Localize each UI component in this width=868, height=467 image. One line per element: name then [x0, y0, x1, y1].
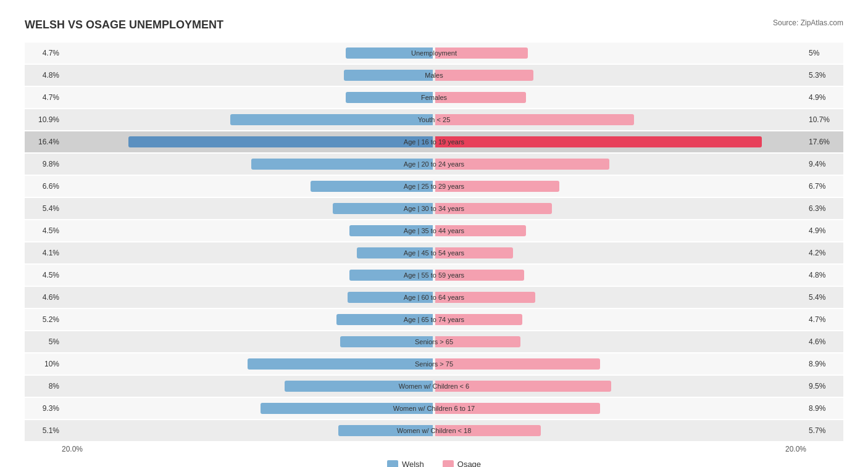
- right-value: 10.7%: [806, 115, 843, 124]
- blue-bar: [128, 136, 433, 147]
- blue-bar: [344, 70, 433, 81]
- left-bar-wrap: [62, 224, 434, 238]
- left-bar-wrap: [62, 313, 434, 326]
- left-bar-wrap: [62, 291, 434, 304]
- left-bar-wrap: [62, 180, 434, 193]
- pink-bar: [435, 181, 559, 192]
- right-bar-wrap: [434, 268, 806, 282]
- left-bar-wrap: [62, 202, 434, 215]
- pink-bar: [435, 203, 552, 214]
- right-bar-wrap: [434, 68, 806, 82]
- bars-area: Women w/ Children < 18: [62, 420, 806, 441]
- blue-bar: [285, 381, 433, 392]
- left-value: 5.2%: [25, 315, 62, 324]
- left-value: 6.6%: [25, 182, 62, 191]
- pink-bar: [435, 114, 634, 125]
- left-value: 4.7%: [25, 49, 62, 57]
- right-bar-wrap: [434, 424, 806, 437]
- right-bar-wrap: [434, 91, 806, 104]
- chart-source: Source: ZipAtlas.com: [773, 19, 843, 27]
- left-bar-wrap: [62, 402, 434, 415]
- pink-bar: [435, 92, 526, 103]
- right-value: 4.2%: [806, 249, 843, 257]
- right-bar-wrap: [434, 113, 806, 126]
- left-bar-wrap: [62, 357, 434, 371]
- legend: Welsh Osage: [25, 460, 843, 467]
- chart-title: WELSH VS OSAGE UNEMPLOYMENT: [25, 19, 223, 31]
- right-bar-wrap: [434, 224, 806, 238]
- left-bar-wrap: [62, 379, 434, 393]
- legend-welsh: Welsh: [387, 460, 424, 467]
- chart-header: WELSH VS OSAGE UNEMPLOYMENT Source: ZipA…: [25, 19, 843, 31]
- chart-row: 4.5% Age | 55 to 59 years 4.8%: [25, 265, 843, 286]
- blue-bar: [338, 425, 433, 436]
- right-value: 17.6%: [806, 138, 843, 146]
- right-value: 5%: [806, 49, 843, 57]
- left-value: 5.4%: [25, 204, 62, 213]
- pink-bar: [435, 48, 528, 59]
- right-bar-wrap: [434, 313, 806, 326]
- right-value: 9.4%: [806, 160, 843, 168]
- left-value: 9.3%: [25, 404, 62, 413]
- pink-bar: [435, 314, 522, 325]
- axis-labels: 20.0% 20.0%: [62, 445, 806, 453]
- blue-bar: [333, 203, 433, 214]
- bars-area: Age | 16 to 19 years: [62, 131, 806, 152]
- left-bar-wrap: [62, 46, 434, 60]
- right-value: 6.7%: [806, 182, 843, 191]
- chart-row: 4.7% Females 4.9%: [25, 87, 843, 108]
- bars-area: Females: [62, 87, 806, 108]
- axis-row: 20.0% 20.0%: [25, 445, 843, 453]
- chart-area: 4.7% Unemployment 5% 4.8% Males 5.3% 4.7…: [25, 43, 843, 441]
- left-value: 4.6%: [25, 293, 62, 302]
- left-bar-wrap: [62, 335, 434, 349]
- chart-row: 4.1% Age | 45 to 54 years 4.2%: [25, 242, 843, 263]
- blue-bar: [336, 314, 433, 325]
- left-bar-wrap: [62, 268, 434, 282]
- bars-area: Males: [62, 65, 806, 86]
- axis-left-label: 20.0%: [62, 445, 83, 453]
- pink-bar: [435, 159, 609, 170]
- left-value: 4.7%: [25, 93, 62, 102]
- pink-bar: [435, 292, 535, 303]
- bars-area: Age | 45 to 54 years: [62, 242, 806, 263]
- chart-container: WELSH VS OSAGE UNEMPLOYMENT Source: ZipA…: [12, 12, 856, 467]
- left-bar-wrap: [62, 424, 434, 437]
- bars-area: Age | 20 to 24 years: [62, 154, 806, 175]
- right-value: 4.6%: [806, 337, 843, 346]
- bars-area: Youth < 25: [62, 109, 806, 130]
- right-value: 4.7%: [806, 315, 843, 324]
- bars-area: Age | 65 to 74 years: [62, 309, 806, 330]
- left-bar-wrap: [62, 135, 434, 149]
- legend-pink-box: [443, 460, 454, 468]
- left-value: 4.1%: [25, 249, 62, 257]
- bars-area: Age | 55 to 59 years: [62, 265, 806, 286]
- legend-blue-box: [387, 460, 398, 468]
- left-bar-wrap: [62, 157, 434, 171]
- blue-bar: [349, 225, 433, 236]
- chart-row: 5.2% Age | 65 to 74 years 4.7%: [25, 309, 843, 330]
- right-value: 5.4%: [806, 293, 843, 302]
- blue-bar: [348, 292, 433, 303]
- left-value: 10%: [25, 360, 62, 368]
- pink-bar: [435, 336, 520, 347]
- blue-bar: [346, 92, 433, 103]
- bars-area: Seniors > 65: [62, 331, 806, 352]
- left-bar-wrap: [62, 246, 434, 260]
- right-bar-wrap: [434, 379, 806, 393]
- pink-bar: [435, 358, 600, 370]
- chart-row: 9.8% Age | 20 to 24 years 9.4%: [25, 154, 843, 175]
- chart-row: 4.7% Unemployment 5%: [25, 43, 843, 64]
- right-value: 4.9%: [806, 93, 843, 102]
- right-value: 8.9%: [806, 360, 843, 368]
- right-value: 4.8%: [806, 271, 843, 279]
- left-value: 8%: [25, 382, 62, 391]
- bars-area: Age | 60 to 64 years: [62, 287, 806, 308]
- right-bar-wrap: [434, 202, 806, 215]
- right-value: 5.3%: [806, 71, 843, 80]
- legend-welsh-label: Welsh: [402, 460, 424, 467]
- bars-area: Age | 35 to 44 years: [62, 220, 806, 241]
- left-value: 16.4%: [25, 138, 62, 146]
- left-value: 4.8%: [25, 71, 62, 80]
- legend-osage: Osage: [443, 460, 481, 467]
